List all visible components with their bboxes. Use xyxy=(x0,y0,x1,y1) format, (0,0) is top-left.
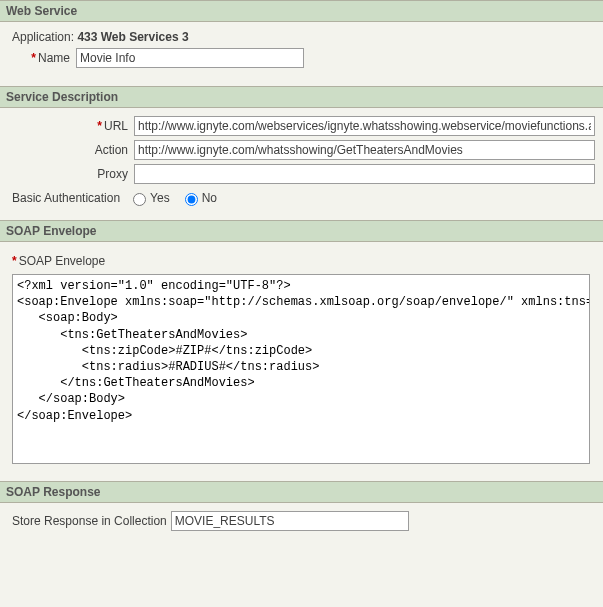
basic-auth-no-label: No xyxy=(202,191,217,205)
required-asterisk: * xyxy=(12,254,17,268)
url-row: *URL xyxy=(8,116,595,136)
required-asterisk: * xyxy=(31,51,36,65)
soap-envelope-body: *SOAP Envelope xyxy=(0,242,603,471)
basic-auth-yes-option[interactable]: Yes xyxy=(128,190,170,206)
name-input[interactable] xyxy=(76,48,304,68)
service-description-panel: Service Description *URL Action Proxy Ba… xyxy=(0,86,603,210)
service-description-header: Service Description xyxy=(0,86,603,108)
store-response-label: Store Response in Collection xyxy=(12,514,167,528)
application-label: Application: xyxy=(12,30,74,44)
soap-envelope-textarea[interactable] xyxy=(12,274,590,464)
soap-response-header: SOAP Response xyxy=(0,481,603,503)
url-label: URL xyxy=(104,119,128,133)
soap-response-panel: SOAP Response Store Response in Collecti… xyxy=(0,481,603,535)
proxy-row: Proxy xyxy=(8,164,595,184)
basic-auth-yes-radio[interactable] xyxy=(133,193,146,206)
action-row: Action xyxy=(8,140,595,160)
url-input[interactable] xyxy=(134,116,595,136)
store-response-row: Store Response in Collection xyxy=(12,511,595,531)
url-label-wrap: *URL xyxy=(8,119,134,133)
web-service-panel: Web Service Application: 433 Web Service… xyxy=(0,0,603,76)
basic-auth-label: Basic Authentication xyxy=(12,191,120,205)
basic-auth-row: Basic Authentication Yes No xyxy=(12,190,595,206)
store-response-input[interactable] xyxy=(171,511,409,531)
application-line: Application: 433 Web Services 3 xyxy=(12,30,595,44)
application-value: 433 Web Services 3 xyxy=(77,30,188,44)
action-label: Action xyxy=(8,143,134,157)
proxy-label: Proxy xyxy=(8,167,134,181)
soap-envelope-label: SOAP Envelope xyxy=(19,254,106,268)
name-label: Name xyxy=(38,51,70,65)
basic-auth-yes-label: Yes xyxy=(150,191,170,205)
name-row: *Name xyxy=(8,48,595,68)
proxy-input[interactable] xyxy=(134,164,595,184)
web-service-header: Web Service xyxy=(0,0,603,22)
name-label-wrap: *Name xyxy=(8,51,76,65)
basic-auth-no-radio[interactable] xyxy=(185,193,198,206)
web-service-body: Application: 433 Web Services 3 *Name xyxy=(0,22,603,76)
soap-response-body: Store Response in Collection xyxy=(0,503,603,535)
soap-envelope-header: SOAP Envelope xyxy=(0,220,603,242)
soap-envelope-panel: SOAP Envelope *SOAP Envelope xyxy=(0,220,603,471)
required-asterisk: * xyxy=(97,119,102,133)
action-input[interactable] xyxy=(134,140,595,160)
basic-auth-no-option[interactable]: No xyxy=(180,190,217,206)
soap-envelope-label-line: *SOAP Envelope xyxy=(12,254,595,268)
service-description-body: *URL Action Proxy Basic Authentication Y… xyxy=(0,108,603,210)
